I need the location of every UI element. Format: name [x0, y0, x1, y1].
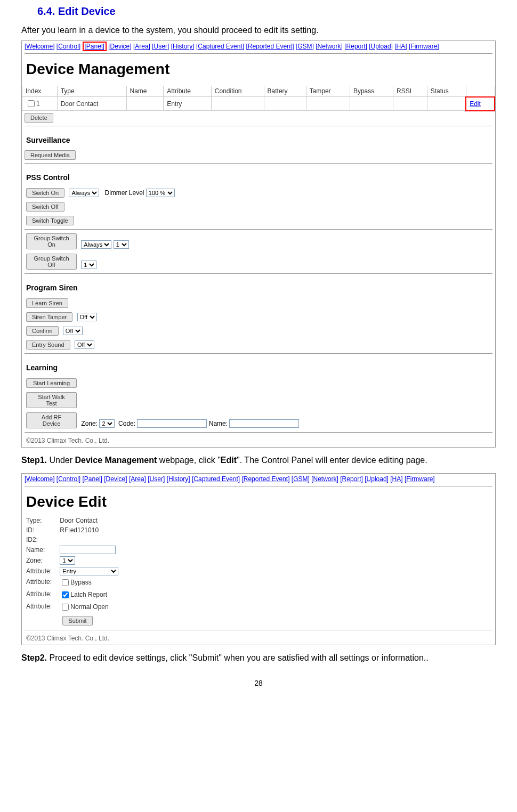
siren-tamper-select[interactable]: Off: [77, 313, 97, 321]
index-value: 1: [36, 100, 40, 107]
normal-open-checkbox[interactable]: [62, 604, 69, 611]
zone-select-2[interactable]: 1: [60, 556, 75, 565]
confirm-select[interactable]: Off: [63, 327, 83, 335]
page-number: 28: [21, 679, 496, 687]
col-rssi: RSSI: [393, 86, 427, 97]
nav-captured-event[interactable]: [Captured Event]: [196, 43, 244, 50]
cell-bypass: [350, 97, 393, 111]
nav-area[interactable]: [Area]: [133, 43, 150, 50]
nav-welcome[interactable]: [Welcome]: [25, 475, 54, 483]
nav-area[interactable]: [Area]: [129, 475, 146, 483]
zone-select[interactable]: 2: [99, 419, 115, 428]
name-input-2[interactable]: [60, 546, 116, 554]
nav-history[interactable]: [History]: [171, 43, 195, 50]
copyright: ©2013 Climax Tech. Co., Ltd.: [22, 434, 495, 447]
nav-network[interactable]: [Network]: [311, 475, 338, 483]
section-title: 6.4. Edit Device: [37, 5, 496, 18]
nav-panel[interactable]: [Panel]: [83, 475, 102, 483]
bypass-checkbox[interactable]: [62, 579, 69, 586]
nav-panel[interactable]: [Panel]: [85, 43, 104, 50]
switch-on-select[interactable]: Always: [69, 189, 99, 197]
separator: [25, 486, 492, 486]
latch-label: Latch Report: [70, 590, 107, 598]
entry-sound-select[interactable]: Off: [75, 340, 94, 349]
col-tamper: Tamper: [306, 86, 350, 97]
id-value: RF:ed121010: [60, 526, 99, 534]
row-checkbox[interactable]: [28, 100, 35, 107]
nav-history[interactable]: [History]: [167, 475, 190, 483]
nav-reported-event[interactable]: [Reported Event]: [241, 475, 289, 483]
id2-label: ID2:: [26, 536, 58, 543]
cell-name: [126, 97, 164, 111]
request-media-button[interactable]: Request Media: [25, 150, 76, 160]
code-input[interactable]: [137, 419, 207, 428]
nav-firmware[interactable]: [Firmware]: [409, 43, 439, 50]
nav-control[interactable]: [Control]: [56, 43, 80, 50]
device-table: Index Type Name Attribute Condition Batt…: [22, 86, 495, 111]
learning-heading: Learning: [22, 355, 495, 376]
nav-user[interactable]: [User]: [148, 475, 165, 483]
cell-index: 1: [22, 97, 58, 111]
nav-bar: [Welcome] [Control] [Panel] [Device] [Ar…: [22, 41, 495, 52]
name-input[interactable]: [229, 419, 299, 428]
latch-checkbox[interactable]: [62, 591, 69, 598]
nav-control[interactable]: [Control]: [56, 475, 80, 483]
nav-gsm[interactable]: [GSM]: [292, 475, 310, 483]
table-header-row: Index Type Name Attribute Condition Batt…: [22, 86, 495, 97]
nav-report[interactable]: [Report]: [340, 475, 363, 483]
nav-upload[interactable]: [Upload]: [369, 43, 393, 50]
nav-ha[interactable]: [HA]: [390, 475, 402, 483]
step1-prefix: Step1.: [21, 456, 49, 465]
switch-toggle-button[interactable]: Switch Toggle: [26, 216, 74, 225]
group-switch-off-button[interactable]: Group Switch Off: [26, 254, 77, 270]
step1-b1: Device Management: [75, 456, 157, 465]
nav-reported-event[interactable]: [Reported Event]: [246, 43, 294, 50]
siren-tamper-button[interactable]: Siren Tamper: [26, 312, 72, 322]
table-row: 1 Door Contact Entry Edit: [22, 97, 495, 111]
nav-gsm[interactable]: [GSM]: [296, 43, 314, 50]
attr-label-4: Attribute:: [26, 603, 58, 610]
nav-report[interactable]: [Report]: [344, 43, 367, 50]
switch-off-button[interactable]: Switch Off: [26, 202, 64, 212]
group-switch-on-button[interactable]: Group Switch On: [26, 233, 77, 249]
group-on-always-select[interactable]: Always: [81, 240, 111, 249]
page-heading-2: Device Edit: [22, 488, 495, 516]
delete-button[interactable]: Delete: [25, 113, 53, 123]
start-learning-button[interactable]: Start Learning: [26, 378, 77, 388]
edit-link[interactable]: Edit: [470, 100, 481, 108]
attr-select[interactable]: Entry: [60, 567, 118, 575]
separator: [25, 53, 492, 54]
separator: [25, 126, 492, 126]
learn-siren-button[interactable]: Learn Siren: [26, 298, 68, 308]
attr-label: Attribute:: [26, 567, 58, 575]
nav-welcome[interactable]: [Welcome]: [25, 43, 54, 50]
col-type: Type: [57, 86, 126, 97]
name-label-2: Name:: [26, 546, 58, 554]
start-walk-test-button[interactable]: Start Walk Test: [26, 392, 77, 408]
name-label: Name:: [209, 420, 228, 427]
group-on-num-select[interactable]: 1: [114, 240, 129, 249]
nav-network[interactable]: [Network]: [316, 43, 343, 50]
entry-sound-button[interactable]: Entry Sound: [26, 340, 70, 350]
submit-button[interactable]: Submit: [62, 616, 92, 626]
group-off-num-select[interactable]: 1: [81, 261, 96, 269]
nav-user[interactable]: [User]: [152, 43, 169, 50]
cell-edit: Edit: [466, 97, 495, 111]
add-rf-device-button[interactable]: Add RF Device: [26, 412, 77, 428]
confirm-button[interactable]: Confirm: [26, 326, 59, 336]
switch-on-button[interactable]: Switch On: [26, 188, 64, 198]
dimmer-select[interactable]: 100 %: [146, 189, 175, 197]
nav-device[interactable]: [Device]: [108, 43, 131, 50]
step1-t1: Under: [49, 456, 75, 465]
nav-captured-event[interactable]: [Captured Event]: [192, 475, 240, 483]
surveillance-heading: Surveillance: [22, 128, 495, 149]
nav-upload[interactable]: [Upload]: [365, 475, 389, 483]
cell-tamper: [306, 97, 350, 111]
nav-ha[interactable]: [HA]: [394, 43, 407, 50]
nav-firmware[interactable]: [Firmware]: [405, 475, 435, 483]
screenshot-device-edit: [Welcome] [Control] [Panel] [Device] [Ar…: [21, 473, 496, 645]
nav-panel-highlight: [Panel]: [83, 42, 107, 51]
pss-control-heading: PSS Control: [22, 165, 495, 186]
nav-device[interactable]: [Device]: [104, 475, 127, 483]
step2-text: Step2. Proceed to edit device settings, …: [21, 653, 496, 663]
